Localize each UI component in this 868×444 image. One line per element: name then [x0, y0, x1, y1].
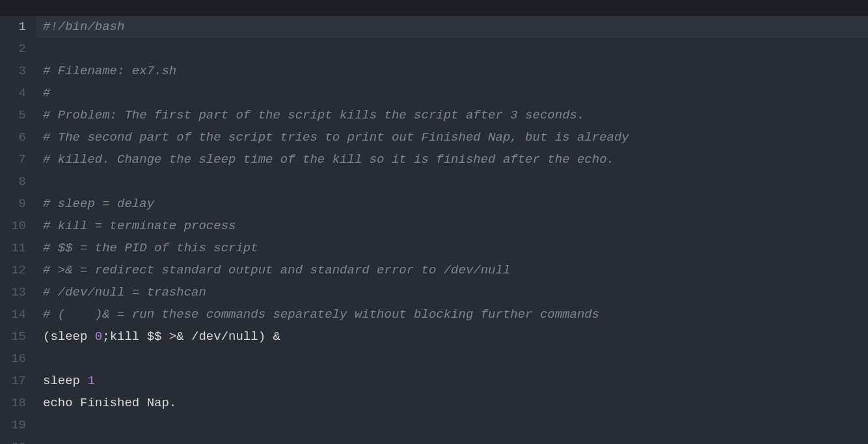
token-comment: # Filename: ex7.sh — [43, 64, 176, 78]
code-line[interactable]: # /dev/null = trashcan — [36, 281, 868, 303]
line-number: 11 — [0, 237, 26, 259]
line-number: 8 — [0, 171, 26, 193]
code-line[interactable]: # sleep = delay — [36, 193, 868, 215]
code-line[interactable]: #!/bin/bash — [36, 16, 868, 38]
code-line[interactable]: # The second part of the script tries to… — [36, 126, 868, 148]
token-comment: #!/bin/bash — [43, 20, 124, 34]
token-comment: # $$ = the PID of this script — [43, 241, 258, 255]
code-line[interactable] — [36, 348, 868, 370]
token-fn: echo — [43, 396, 73, 410]
line-number: 12 — [0, 259, 26, 281]
line-number: 20 — [0, 436, 26, 444]
token-comment: # kill = terminate process — [43, 219, 236, 233]
token-comment: # ( )& = run these commands separately w… — [43, 307, 599, 322]
token-comment: # The second part of the script tries to… — [43, 130, 629, 145]
code-line[interactable]: # Filename: ex7.sh — [36, 60, 868, 82]
token-number: 0 — [95, 329, 102, 344]
code-line[interactable] — [36, 171, 868, 193]
code-line[interactable] — [36, 436, 868, 444]
token-comment: # >& = redirect standard output and stan… — [43, 263, 510, 277]
code-area[interactable]: #!/bin/bash # Filename: ex7.sh## Problem… — [36, 16, 868, 444]
line-number: 15 — [0, 326, 26, 348]
line-number: 13 — [0, 281, 26, 303]
line-number: 17 — [0, 370, 26, 392]
code-line[interactable]: # >& = redirect standard output and stan… — [36, 259, 868, 281]
token-number: 1 — [87, 374, 94, 388]
code-line[interactable]: sleep 1 — [36, 370, 868, 392]
code-line[interactable]: echo Finished Nap. — [36, 392, 868, 414]
token-comment: # /dev/null = trashcan — [43, 285, 206, 299]
token-comment: # Problem: The first part of the script … — [43, 108, 584, 122]
token-plain: ;kill $$ >& /dev/null) & — [102, 329, 280, 344]
line-number-gutter: 1234567891011121314151617181920 — [0, 16, 36, 444]
code-line[interactable]: (sleep 0;kill $$ >& /dev/null) & — [36, 326, 868, 348]
line-number: 16 — [0, 348, 26, 370]
token-comment: # killed. Change the sleep time of the k… — [43, 152, 614, 167]
line-number: 1 — [0, 16, 26, 38]
code-line[interactable]: # ( )& = run these commands separately w… — [36, 303, 868, 326]
code-lines[interactable]: #!/bin/bash # Filename: ex7.sh## Problem… — [36, 16, 868, 444]
token-comment: # sleep = delay — [43, 197, 154, 211]
code-line[interactable]: # Problem: The first part of the script … — [36, 104, 868, 126]
line-number: 14 — [0, 303, 26, 326]
line-number: 5 — [0, 104, 26, 126]
line-number: 7 — [0, 148, 26, 171]
line-number: 6 — [0, 126, 26, 148]
token-plain: Finished Nap. — [73, 396, 177, 410]
code-line[interactable]: # kill = terminate process — [36, 215, 868, 237]
code-editor[interactable]: 1234567891011121314151617181920 #!/bin/b… — [0, 16, 868, 444]
code-line[interactable]: # $$ = the PID of this script — [36, 237, 868, 259]
token-plain: (sleep — [43, 329, 95, 344]
token-comment: # — [43, 86, 50, 100]
line-number: 3 — [0, 60, 26, 82]
line-number: 10 — [0, 215, 26, 237]
code-line[interactable] — [36, 414, 868, 436]
line-number: 19 — [0, 414, 26, 436]
line-number: 2 — [0, 38, 26, 60]
code-line[interactable]: # — [36, 82, 868, 104]
code-line[interactable]: # killed. Change the sleep time of the k… — [36, 148, 868, 171]
titlebar — [0, 0, 868, 16]
line-number: 18 — [0, 392, 26, 414]
line-number: 4 — [0, 82, 26, 104]
line-number: 9 — [0, 193, 26, 215]
code-line[interactable] — [36, 38, 868, 60]
token-plain: sleep — [43, 374, 87, 388]
